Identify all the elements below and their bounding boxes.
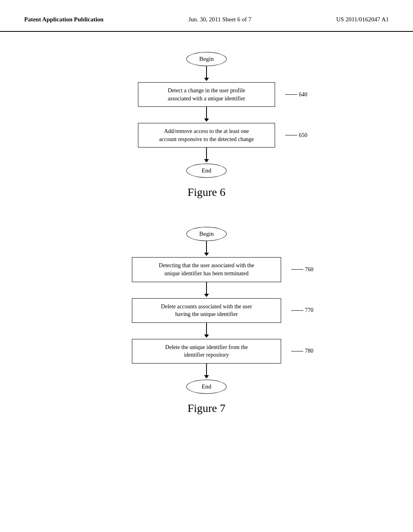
figure7-flowchart: Begin Detecting that the user associated… [24, 227, 389, 394]
arrow-1 [204, 66, 209, 82]
figure6-step-650: Add/remove access to the at least oneacc… [138, 123, 275, 148]
date-sheet-label: Jun. 30, 2011 Sheet 6 of 7 [188, 16, 251, 23]
figure7-ref-780: 780 [291, 348, 313, 354]
arrow-3 [204, 148, 209, 164]
page-header: Patent Application Publication Jun. 30, … [0, 0, 413, 32]
figure7-section: Begin Detecting that the user associated… [24, 227, 389, 419]
figure6-end: End [186, 164, 227, 178]
figure6-step-650-text: Add/remove access to the at least oneacc… [159, 128, 254, 142]
figure6-step-640-box: Detect a change in the user profileassoc… [138, 82, 275, 107]
figure7-step-780: Delete the unique identifier from theide… [132, 339, 281, 364]
figure7-step-770: Delete accounts associated with the user… [132, 298, 281, 323]
arrow-6 [204, 323, 209, 339]
figure7-step-760-box: Detecting that the user associated with … [132, 257, 281, 282]
figure6-caption: Figure 6 [188, 186, 225, 199]
publication-label: Patent Application Publication [24, 16, 104, 23]
figure6-ref-650: 650 [285, 132, 307, 139]
figure6-step-640: Detect a change in the user profileassoc… [138, 82, 275, 107]
figure7-end: End [186, 380, 227, 394]
arrow-2 [204, 107, 209, 123]
patent-number-label: US 2011/0162047 A1 [336, 16, 389, 23]
figure6-step-640-text: Detect a change in the user profileassoc… [168, 87, 245, 102]
figure7-step-770-box: Delete accounts associated with the user… [132, 298, 281, 323]
figure7-ref-760: 760 [291, 266, 313, 273]
arrow-5 [204, 282, 209, 298]
arrow-7 [204, 364, 209, 380]
figure6-section: Begin Detect a change in the user profil… [24, 52, 389, 203]
arrow-4 [204, 241, 209, 257]
figure7-ref-770: 770 [291, 307, 313, 314]
figure7-step-760: Detecting that the user associated with … [132, 257, 281, 282]
figure7-begin: Begin [186, 227, 227, 241]
figure6-flowchart: Begin Detect a change in the user profil… [24, 52, 389, 178]
figure7-step-760-text: Detecting that the user associated with … [159, 262, 254, 276]
figure6-step-650-box: Add/remove access to the at least oneacc… [138, 123, 275, 148]
figure7-step-770-text: Delete accounts associated with the user… [161, 303, 252, 318]
figure6-begin: Begin [186, 52, 227, 66]
figure7-step-780-text: Delete the unique identifier from theide… [165, 344, 248, 358]
figure7-caption: Figure 7 [188, 402, 225, 415]
figure7-step-780-box: Delete the unique identifier from theide… [132, 339, 281, 364]
main-content: Begin Detect a change in the user profil… [0, 32, 413, 439]
figure6-ref-640: 640 [285, 91, 307, 98]
